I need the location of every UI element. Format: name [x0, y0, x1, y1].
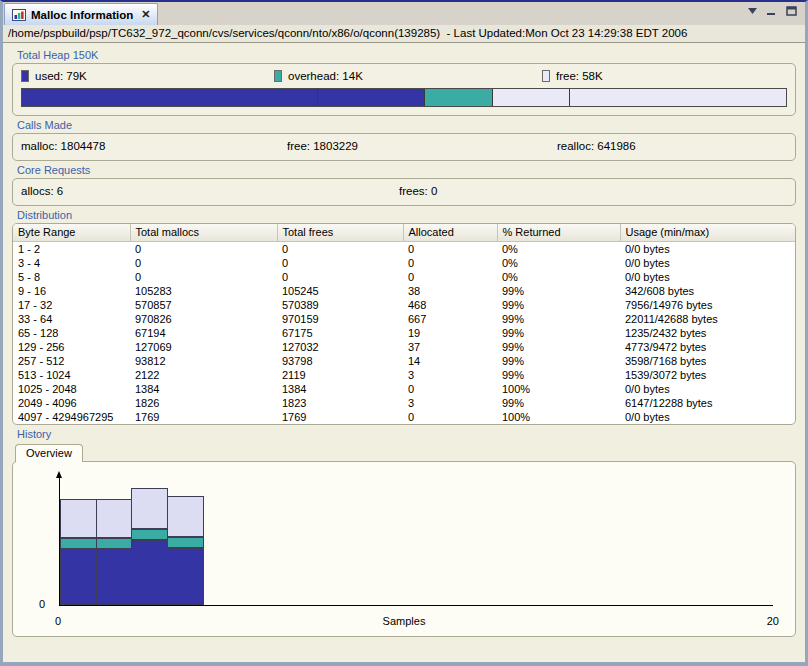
table-cell: 38	[403, 284, 497, 298]
table-cell: 129 - 256	[13, 340, 130, 354]
legend-swatch	[542, 70, 550, 82]
history-bar-segment-used	[60, 549, 97, 605]
core-requests-group: allocs: 6 frees: 0	[12, 178, 796, 206]
table-cell: 1025 - 2048	[13, 382, 130, 396]
table-row[interactable]: 5 - 80000%0/0 bytes	[13, 270, 795, 284]
heap-bar-segment	[425, 89, 494, 106]
table-cell: 0	[130, 241, 277, 256]
malloc-content: Total Heap 150K used: 79K overhead: 14K …	[3, 43, 805, 662]
history-bar-segment-overhead	[96, 538, 133, 549]
table-row[interactable]: 257 - 51293812937981499%3598/7168 bytes	[13, 354, 795, 368]
history-bar	[60, 499, 97, 605]
table-cell: 0	[403, 256, 497, 270]
history-bar-segment-overhead	[60, 538, 97, 549]
heap-bar-segment	[22, 89, 318, 106]
table-cell: 105283	[130, 284, 277, 298]
tab-malloc-information[interactable]: Malloc Information ✕	[4, 3, 158, 25]
column-header[interactable]: Total mallocs	[130, 224, 277, 241]
table-cell: 970826	[130, 312, 277, 326]
table-cell: 0	[277, 241, 403, 256]
section-history: History Overview 0 0 Samples 20	[12, 428, 796, 637]
table-cell: 100%	[497, 410, 620, 424]
table-cell: 19	[403, 326, 497, 340]
tab-overview[interactable]: Overview	[15, 444, 83, 462]
table-cell: 0	[130, 270, 277, 284]
table-row[interactable]: 17 - 3257085757038946899%7956/14976 byte…	[13, 298, 795, 312]
calls-made-group: malloc: 1804478 free: 1803229 realloc: 6…	[12, 133, 796, 161]
table-row[interactable]: 513 - 102421222119399%1539/3072 bytes	[13, 368, 795, 382]
realloc-count: realloc: 641986	[557, 140, 787, 152]
calls-made-title: Calls Made	[17, 119, 796, 131]
legend-used-label: used: 79K	[35, 70, 87, 82]
view-menu-icon[interactable]	[748, 8, 757, 14]
history-bar-segment-free	[167, 496, 204, 537]
table-cell: 22011/42688 bytes	[620, 312, 795, 326]
table-cell: 3 - 4	[13, 256, 130, 270]
column-header[interactable]: % Returned	[497, 224, 620, 241]
table-cell: 67175	[277, 326, 403, 340]
table-row[interactable]: 3 - 40000%0/0 bytes	[13, 256, 795, 270]
history-bars	[60, 478, 773, 605]
distribution-group: Byte RangeTotal mallocsTotal freesAlloca…	[12, 223, 796, 425]
close-icon[interactable]: ✕	[141, 8, 150, 21]
table-cell: 0%	[497, 270, 620, 284]
table-row[interactable]: 1 - 20000%0/0 bytes	[13, 241, 795, 256]
table-cell: 127032	[277, 340, 403, 354]
section-calls-made: Calls Made malloc: 1804478 free: 1803229…	[12, 119, 796, 161]
history-bar	[131, 488, 168, 605]
total-heap-group: used: 79K overhead: 14K free: 58K	[12, 63, 796, 116]
table-row[interactable]: 2049 - 409618261823399%6147/12288 bytes	[13, 396, 795, 410]
table-cell: 93798	[277, 354, 403, 368]
table-cell: 1826	[130, 396, 277, 410]
table-cell: 1769	[277, 410, 403, 424]
distribution-body: 1 - 20000%0/0 bytes3 - 40000%0/0 bytes5 …	[13, 241, 795, 424]
maximize-icon[interactable]	[786, 6, 797, 16]
column-header[interactable]: Total frees	[277, 224, 403, 241]
legend-item-free: free: 58K	[542, 70, 787, 82]
table-cell: 65 - 128	[13, 326, 130, 340]
table-cell: 0	[277, 270, 403, 284]
table-cell: 570857	[130, 298, 277, 312]
total-heap-title: Total Heap 150K	[17, 49, 796, 61]
core-requests-title: Core Requests	[17, 164, 796, 176]
malloc-view-icon	[12, 8, 26, 22]
history-title: History	[17, 428, 796, 440]
table-cell: 667	[403, 312, 497, 326]
table-row[interactable]: 129 - 2561270691270323799%4773/9472 byte…	[13, 340, 795, 354]
table-cell: 3	[403, 396, 497, 410]
table-cell: 4097 - 4294967295	[13, 410, 130, 424]
table-row[interactable]: 1025 - 2048138413840100%0/0 bytes	[13, 382, 795, 396]
table-cell: 570389	[277, 298, 403, 312]
table-cell: 4773/9472 bytes	[620, 340, 795, 354]
table-cell: 2049 - 4096	[13, 396, 130, 410]
table-cell: 9 - 16	[13, 284, 130, 298]
table-cell: 17 - 32	[13, 298, 130, 312]
table-row[interactable]: 9 - 161052831052453899%342/608 bytes	[13, 284, 795, 298]
table-cell: 67194	[130, 326, 277, 340]
legend-free-label: free: 58K	[556, 70, 603, 82]
history-bar-segment-free	[60, 499, 97, 538]
distribution-title: Distribution	[17, 209, 796, 221]
table-row[interactable]: 33 - 6497082697015966799%22011/42688 byt…	[13, 312, 795, 326]
heap-legend: used: 79K overhead: 14K free: 58K	[21, 70, 787, 82]
table-cell: 513 - 1024	[13, 368, 130, 382]
target-path-status: /home/pspbuild/psp/TC632_972_qconn/cvs/s…	[3, 25, 805, 43]
heap-bar-segment	[318, 89, 425, 106]
table-cell: 0	[403, 241, 497, 256]
table-cell: 970159	[277, 312, 403, 326]
table-cell: 1235/2432 bytes	[620, 326, 795, 340]
column-header[interactable]: Allocated	[403, 224, 497, 241]
table-cell: 99%	[497, 340, 620, 354]
table-cell: 2122	[130, 368, 277, 382]
column-header[interactable]: Byte Range	[13, 224, 130, 241]
minimize-icon[interactable]	[766, 6, 777, 16]
history-bar-segment-used	[167, 548, 204, 605]
table-cell: 1769	[130, 410, 277, 424]
table-cell: 0%	[497, 256, 620, 270]
heap-bar-segment	[493, 89, 569, 106]
table-row[interactable]: 65 - 12867194671751999%1235/2432 bytes	[13, 326, 795, 340]
column-header[interactable]: Usage (min/max)	[620, 224, 795, 241]
table-cell: 100%	[497, 382, 620, 396]
table-row[interactable]: 4097 - 4294967295176917690100%0/0 bytes	[13, 410, 795, 424]
table-cell: 0	[403, 270, 497, 284]
